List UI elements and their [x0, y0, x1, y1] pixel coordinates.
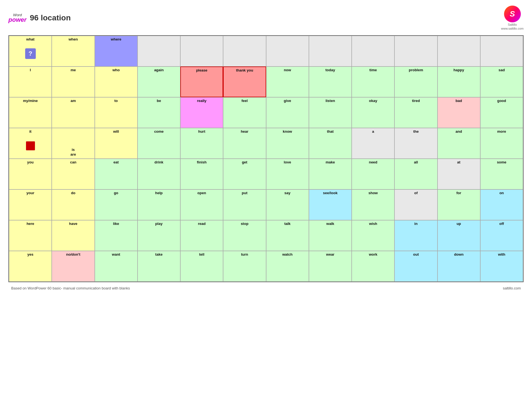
cell-good[interactable]: good	[480, 97, 523, 128]
cell-okay[interactable]: okay OK	[352, 97, 394, 128]
cell-your[interactable]: your	[9, 189, 52, 220]
cell-it[interactable]: it	[9, 128, 52, 159]
cell-of[interactable]: of	[394, 189, 437, 220]
cell-tired[interactable]: tired z z	[394, 97, 437, 128]
cell-the[interactable]: the	[394, 128, 437, 159]
cell-see-look[interactable]: see/look	[309, 189, 352, 220]
cell-want[interactable]: want	[95, 251, 138, 282]
cell-me[interactable]: me me	[52, 66, 94, 97]
cell-at[interactable]: at	[438, 159, 480, 189]
cell-tell[interactable]: tell	[180, 251, 223, 282]
cell-label-play: play	[155, 222, 162, 226]
cell-here[interactable]: here	[9, 220, 52, 251]
cell-love[interactable]: love	[266, 159, 309, 189]
cell-get[interactable]: get	[223, 159, 266, 189]
cell-watch[interactable]: watch	[266, 251, 309, 282]
cell-on[interactable]: on	[480, 189, 523, 220]
cell-down[interactable]: down	[438, 251, 480, 282]
cell-label-finish: finish	[197, 160, 207, 165]
cell-feel[interactable]: feel	[223, 97, 266, 128]
cell-label-give: give	[284, 99, 291, 103]
cell-label-know: know	[283, 129, 292, 134]
cell-more[interactable]: more	[480, 128, 523, 159]
cell-finish[interactable]: finish	[180, 159, 223, 189]
cell-like[interactable]: like	[95, 220, 138, 251]
cell-hear[interactable]: hear	[223, 128, 266, 159]
cell-for[interactable]: for	[438, 189, 480, 220]
cell-say[interactable]: say	[266, 189, 309, 220]
cell-label-feel: feel	[242, 99, 248, 103]
cell-up[interactable]: up	[438, 220, 480, 251]
cell-turn[interactable]: turn	[223, 251, 266, 282]
cell-I[interactable]: I	[9, 66, 52, 97]
cell-really[interactable]: really	[180, 97, 223, 128]
cell-can[interactable]: can	[52, 159, 94, 189]
cell-listen[interactable]: listen	[309, 97, 352, 128]
cell-some[interactable]: some	[480, 159, 523, 189]
cell-hurt[interactable]: hurt 😣	[180, 128, 223, 159]
cell-stop[interactable]: stop STOP	[223, 220, 266, 251]
cell-come[interactable]: come	[138, 128, 180, 159]
cell-need[interactable]: need	[352, 159, 394, 189]
cell-do[interactable]: do	[52, 189, 94, 220]
cell-happy[interactable]: happy	[438, 66, 480, 97]
cell-who[interactable]: who ?	[95, 66, 138, 97]
cell-today[interactable]: today	[309, 66, 352, 97]
cell-label-off: off	[499, 222, 504, 226]
cell-am[interactable]: am	[52, 97, 94, 128]
cell-nodont[interactable]: no/don't	[52, 251, 94, 282]
cell-label-and: and	[456, 129, 462, 134]
cell-put[interactable]: put	[223, 189, 266, 220]
cell-go[interactable]: go	[95, 189, 138, 220]
cell-work[interactable]: work	[352, 251, 394, 282]
cell-sad[interactable]: sad	[480, 66, 523, 97]
cell-out[interactable]: out	[394, 251, 437, 282]
cell-what[interactable]: what ?	[9, 36, 52, 66]
cell-eat[interactable]: eat	[95, 159, 138, 189]
cell-label-talk: talk	[284, 222, 290, 226]
cell-have[interactable]: have	[52, 220, 94, 251]
cell-label-your: your	[27, 191, 34, 195]
cell-time[interactable]: time	[352, 66, 394, 97]
cell-please[interactable]: please	[180, 66, 223, 97]
cell-open[interactable]: open	[180, 189, 223, 220]
cell-yes[interactable]: yes	[9, 251, 52, 282]
cell-show[interactable]: show	[352, 189, 394, 220]
cell-label-yes: yes	[27, 252, 34, 257]
cell-will[interactable]: will	[95, 128, 138, 159]
cell-be[interactable]: be	[138, 97, 180, 128]
cell-label-out: out	[413, 252, 419, 257]
cell-wish[interactable]: wish	[352, 220, 394, 251]
cell-a[interactable]: a	[352, 128, 394, 159]
cell-when[interactable]: when	[52, 36, 94, 66]
cell-in[interactable]: in	[394, 220, 437, 251]
cell-bad[interactable]: bad	[438, 97, 480, 128]
cell-walk[interactable]: walk	[309, 220, 352, 251]
cell-give[interactable]: give	[266, 97, 309, 128]
cell-again[interactable]: again	[138, 66, 180, 97]
cell-make[interactable]: make	[309, 159, 352, 189]
logo-power: power	[8, 17, 27, 23]
cell-talk[interactable]: talk	[266, 220, 309, 251]
cell-thank-you[interactable]: thank you	[223, 66, 266, 97]
cell-and[interactable]: and +	[438, 128, 480, 159]
cell-play[interactable]: play	[138, 220, 180, 251]
cell-help[interactable]: help	[138, 189, 180, 220]
cell-to[interactable]: to	[95, 97, 138, 128]
cell-is-are[interactable]: is are	[52, 128, 94, 159]
cell-wear[interactable]: wear	[309, 251, 352, 282]
cell-mymine[interactable]: my/mine	[9, 97, 52, 128]
cell-drink[interactable]: drink	[138, 159, 180, 189]
cell-where[interactable]: where	[95, 36, 138, 66]
cell-all[interactable]: all ↑↑↑	[394, 159, 437, 189]
cell-now[interactable]: now now	[266, 66, 309, 97]
cell-off[interactable]: off	[480, 220, 523, 251]
cell-take[interactable]: take	[138, 251, 180, 282]
cell-know[interactable]: know	[266, 128, 309, 159]
cell-problem[interactable]: problem ?	[394, 66, 437, 97]
cell-label-get: get	[242, 160, 247, 165]
cell-you[interactable]: you	[9, 159, 52, 189]
cell-with[interactable]: with	[480, 251, 523, 282]
cell-read[interactable]: read	[180, 220, 223, 251]
cell-that[interactable]: that	[309, 128, 352, 159]
